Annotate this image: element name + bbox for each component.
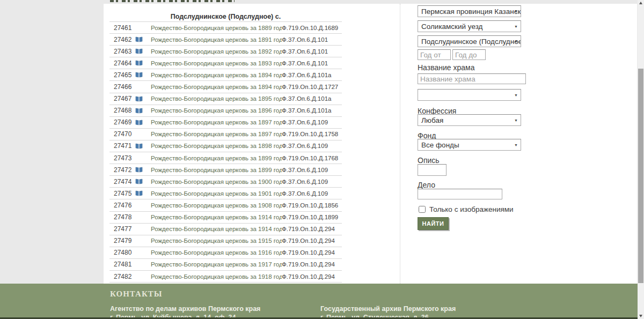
record-fund: Ф.719.Оп.10.Д.1727 bbox=[282, 84, 338, 90]
images-only-label: Только с изображениями bbox=[429, 205, 514, 213]
uezd-select[interactable]: Соликамский уезд ▼ bbox=[418, 20, 521, 32]
record-title-link[interactable]: Рождество-Богородицкая церковь за 1917 г… bbox=[151, 261, 282, 268]
record-fund: Ф.37.Оп.6.Д.109 bbox=[282, 167, 328, 173]
record-id: 27463 bbox=[109, 48, 135, 55]
record-title-link[interactable]: Рождество-Богородицкая церковь за 1894 г… bbox=[151, 84, 282, 90]
record-title-link[interactable]: Рождество-Богородицкая церковь за 1899 г… bbox=[151, 167, 282, 173]
record-title-link[interactable]: Рождество-Богородицкая церковь за 1891 г… bbox=[151, 36, 282, 43]
table-row: 27471Рождество-Богородицкая церковь за 1… bbox=[109, 140, 342, 152]
images-only-checkbox[interactable] bbox=[419, 206, 426, 213]
record-title-link[interactable]: Рождество-Богородицкая церковь за 1899 г… bbox=[151, 155, 282, 161]
record-id: 27480 bbox=[109, 249, 135, 256]
chevron-down-icon: ▼ bbox=[514, 40, 518, 44]
province-select-value: Пермская провинция Казанск bbox=[421, 8, 521, 16]
table-row: 27464Рождество-Богородицкая церковь за 1… bbox=[109, 57, 342, 69]
record-fund: Ф.719.Оп.10.Д.1856 bbox=[282, 202, 338, 209]
year-to-input[interactable] bbox=[452, 49, 486, 60]
book-image-icon[interactable] bbox=[135, 167, 151, 173]
vertical-scrollbar[interactable] bbox=[638, 0, 644, 319]
footer-org2-name: Государственный архив Пермского края bbox=[320, 305, 456, 313]
record-title-link[interactable]: Рождество-Богородицкая церковь за 1901 г… bbox=[151, 190, 282, 197]
fund-select[interactable]: Все фонды ▼ bbox=[418, 139, 521, 151]
chevron-down-icon: ▼ bbox=[514, 118, 518, 123]
clipped-page-heading bbox=[110, 0, 235, 2]
book-image-icon[interactable] bbox=[135, 72, 151, 78]
record-title-link[interactable]: Рождество-Богородицкая церковь за 1895 г… bbox=[151, 95, 282, 102]
record-title-link[interactable]: Рождество-Богородицкая церковь за 1894 г… bbox=[151, 72, 282, 78]
book-image-icon[interactable] bbox=[135, 179, 151, 184]
search-button[interactable]: НАЙТИ bbox=[418, 217, 449, 230]
scroll-up-icon[interactable] bbox=[639, 2, 642, 4]
record-fund: Ф.719.Оп.10.Д.294 bbox=[282, 273, 335, 280]
record-id: 27464 bbox=[109, 60, 135, 67]
chevron-down-icon: ▼ bbox=[514, 93, 518, 98]
record-title-link[interactable]: Рождество-Богородицкая церковь за 1915 г… bbox=[151, 238, 282, 244]
content-panel: Подслуднинское (Подслудное) с. 27461Рожд… bbox=[104, 4, 637, 284]
record-fund: Ф.37.Оп.6.Д.109 bbox=[282, 190, 328, 197]
record-fund: Ф.719.Оп.10.Д.294 bbox=[282, 226, 335, 232]
images-only-checkbox-row: Только с изображениями bbox=[419, 205, 514, 213]
record-id: 27467 bbox=[109, 95, 135, 102]
book-image-icon[interactable] bbox=[135, 190, 151, 196]
record-title-link[interactable]: Рождество-Богородицкая церковь за 1914 г… bbox=[151, 214, 282, 220]
record-title-link[interactable]: Рождество-Богородицкая церковь за 1900 г… bbox=[151, 179, 282, 185]
record-title-link[interactable]: Рождество-Богородицкая церковь за 1889 г… bbox=[151, 25, 282, 31]
church-name-input[interactable] bbox=[418, 73, 526, 84]
locality-select-value: Подслуднинское (Подслудное bbox=[421, 38, 521, 46]
record-title-link[interactable]: Рождество-Богородицкая церковь за 1914 г… bbox=[151, 226, 282, 232]
locality-select[interactable]: Подслуднинское (Подслудное ▼ bbox=[418, 35, 521, 47]
table-row: 27467Рождество-Богородицкая церковь за 1… bbox=[109, 93, 342, 105]
record-id: 27468 bbox=[109, 107, 135, 114]
table-group-header: Подслуднинское (Подслудное) с. bbox=[109, 12, 342, 21]
record-id: 27477 bbox=[109, 225, 135, 233]
opis-input[interactable] bbox=[418, 164, 447, 176]
records-table: Подслуднинское (Подслудное) с. 27461Рожд… bbox=[109, 12, 342, 283]
table-row: 27481Рождество-Богородицкая церковь за 1… bbox=[109, 258, 342, 270]
record-fund: Ф.37.Оп.6.Д.109 bbox=[282, 143, 328, 149]
record-title-link[interactable]: Рождество-Богородицкая церковь за 1908 г… bbox=[151, 202, 282, 209]
record-title-link[interactable]: Рождество-Богородицкая церковь за 1916 г… bbox=[151, 249, 282, 256]
table-row: 27469Рождество-Богородицкая церковь за 1… bbox=[109, 116, 342, 128]
book-image-icon[interactable] bbox=[135, 120, 151, 125]
record-fund: Ф.37.Оп.6.Д.101 bbox=[282, 48, 328, 55]
footer-org1: Агентство по делам архивов Пермского кра… bbox=[110, 305, 260, 319]
record-id: 27472 bbox=[109, 166, 135, 174]
table-row: 27476Рождество-Богородицкая церковь за 1… bbox=[109, 199, 342, 211]
record-title-link[interactable]: Рождество-Богородицкая церковь за 1897 г… bbox=[151, 119, 282, 125]
record-fund: Ф.719.Оп.10.Д.1758 bbox=[282, 131, 338, 137]
record-title-link[interactable]: Рождество-Богородицкая церковь за 1892 г… bbox=[151, 48, 282, 55]
delo-input[interactable] bbox=[418, 189, 502, 199]
book-image-icon[interactable] bbox=[135, 48, 151, 54]
chevron-down-icon: ▼ bbox=[514, 25, 518, 29]
book-image-icon[interactable] bbox=[135, 60, 151, 66]
record-title-link[interactable]: Рождество-Богородицкая церковь за 1893 г… bbox=[151, 60, 282, 66]
book-image-icon[interactable] bbox=[135, 96, 151, 102]
empty-select[interactable]: ▼ bbox=[418, 89, 521, 101]
fund-select-value: Все фонды bbox=[421, 141, 459, 149]
record-fund: Ф.719.Оп.10.Д.1899 bbox=[282, 214, 338, 220]
scroll-down-icon[interactable] bbox=[639, 315, 642, 317]
year-from-input[interactable] bbox=[418, 49, 451, 60]
table-row: 27466Рождество-Богородицкая церковь за 1… bbox=[109, 80, 342, 92]
contacts-heading: КОНТАКТЫ bbox=[110, 290, 163, 299]
record-title-link[interactable]: Рождество-Богородицкая церковь за 1918 г… bbox=[151, 273, 282, 280]
record-fund: Ф.719.Оп.10.Д.1768 bbox=[282, 155, 338, 161]
table-row: 27463Рождество-Богородицкая церковь за 1… bbox=[109, 45, 342, 57]
confession-select[interactable]: Любая ▼ bbox=[418, 114, 521, 126]
book-image-icon[interactable] bbox=[135, 36, 151, 42]
record-id: 27476 bbox=[109, 202, 135, 209]
book-image-icon[interactable] bbox=[135, 108, 151, 114]
scrollbar-thumb[interactable] bbox=[638, 69, 643, 283]
record-id: 27474 bbox=[109, 178, 135, 186]
record-title-link[interactable]: Рождество-Богородицкая церковь за 1897 г… bbox=[151, 131, 282, 137]
search-sidebar: Пермская провинция Казанск ▼ Соликамский… bbox=[418, 4, 638, 284]
province-select[interactable]: Пермская провинция Казанск ▼ bbox=[418, 5, 521, 17]
record-fund: Ф.37.Оп.6.Д.101а bbox=[282, 95, 331, 102]
record-title-link[interactable]: Рождество-Богородицкая церковь за 1896 г… bbox=[151, 107, 282, 114]
record-id: 27466 bbox=[109, 83, 135, 91]
record-fund: Ф.37.Оп.6.Д.109 bbox=[282, 119, 328, 125]
table-row: 27465Рождество-Богородицкая церковь за 1… bbox=[109, 69, 342, 80]
book-image-icon[interactable] bbox=[135, 143, 151, 149]
record-title-link[interactable]: Рождество-Богородицкая церковь за 1898 г… bbox=[151, 143, 282, 149]
record-id: 27470 bbox=[109, 130, 135, 138]
